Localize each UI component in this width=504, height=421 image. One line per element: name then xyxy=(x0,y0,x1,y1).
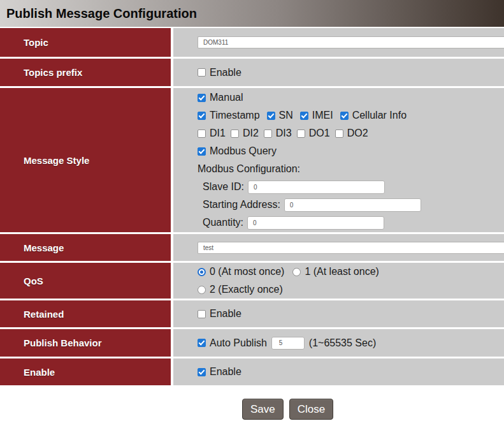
quantity-input[interactable] xyxy=(247,216,384,230)
cellular-info-label: Cellular Info xyxy=(352,110,407,121)
qos-0-label: 0 (At most once) xyxy=(210,266,284,277)
auto-publish-label: Auto Publish xyxy=(210,337,267,349)
di1-option: DI1 xyxy=(198,128,226,139)
di2-option: DI2 xyxy=(231,128,259,139)
modbus-query-line: Modbus Query xyxy=(198,142,504,160)
qos-1-option: 1 (At least once) xyxy=(292,266,379,277)
auto-publish-option: Auto Publish xyxy=(198,337,267,349)
topics-prefix-enable-option: Enable xyxy=(198,67,241,78)
save-button[interactable]: Save xyxy=(242,399,284,420)
metadata-line: Timestamp SN IMEI Cellular Info xyxy=(198,107,504,124)
imei-checkbox[interactable] xyxy=(300,112,308,120)
quantity-label: Quantity: xyxy=(203,217,243,228)
imei-label: IMEI xyxy=(312,110,333,121)
topic-row: Topic xyxy=(0,28,504,57)
auto-publish-interval-input[interactable] xyxy=(271,337,305,350)
di3-label: DI3 xyxy=(276,128,292,139)
retained-row-label: Retained xyxy=(0,300,171,327)
qos-1-radio[interactable] xyxy=(292,268,301,276)
manual-option: Manual xyxy=(198,92,243,103)
starting-address-line: Starting Address: xyxy=(198,196,504,214)
modbus-query-checkbox[interactable] xyxy=(198,147,206,156)
qos-line-1: 0 (At most once) 1 (At least once) xyxy=(198,263,504,281)
publish-behavior-row-label: Publish Behavior xyxy=(0,329,171,357)
slave-id-label: Slave ID: xyxy=(203,181,244,193)
publish-behavior-row: Publish Behavior Auto Publish (1~65535 S… xyxy=(0,329,504,357)
do1-option: DO1 xyxy=(297,128,330,139)
modbus-query-label: Modbus Query xyxy=(210,145,277,157)
qos-0-option: 0 (At most once) xyxy=(198,266,284,277)
enable-label: Enable xyxy=(210,366,241,378)
enable-checkbox[interactable] xyxy=(198,368,206,376)
quantity-line: Quantity: xyxy=(198,214,504,232)
qos-2-label: 2 (Exactly once) xyxy=(210,284,283,295)
qos-row: QoS 0 (At most once) 1 (At least once) 2… xyxy=(0,263,504,299)
qos-row-label: QoS xyxy=(0,263,171,299)
qos-2-radio[interactable] xyxy=(198,286,206,294)
do2-checkbox[interactable] xyxy=(335,129,343,138)
qos-2-option: 2 (Exactly once) xyxy=(198,284,283,295)
timestamp-checkbox[interactable] xyxy=(198,112,206,120)
do2-option: DO2 xyxy=(335,128,368,139)
retained-enable-option: Enable xyxy=(198,308,241,320)
do1-label: DO1 xyxy=(309,128,330,139)
starting-address-label: Starting Address: xyxy=(203,199,280,211)
page-title: Publish Message Configuration xyxy=(0,0,504,27)
starting-address-input[interactable] xyxy=(284,198,421,212)
retained-enable-label: Enable xyxy=(210,308,241,320)
auto-publish-range-hint: (1~65535 Sec) xyxy=(309,337,376,349)
manual-label: Manual xyxy=(210,92,243,103)
do1-checkbox[interactable] xyxy=(297,129,305,138)
message-row: Message xyxy=(0,234,504,261)
qos-line-2: 2 (Exactly once) xyxy=(198,281,504,299)
di3-option: DI3 xyxy=(264,128,292,139)
topics-prefix-enable-checkbox[interactable] xyxy=(198,68,206,77)
di1-checkbox[interactable] xyxy=(198,129,206,138)
publish-message-configuration-panel: Publish Message Configuration Topic Topi… xyxy=(0,0,504,421)
modbus-query-option: Modbus Query xyxy=(198,145,277,157)
message-input[interactable] xyxy=(198,242,504,254)
topic-row-label: Topic xyxy=(0,28,171,57)
di2-checkbox[interactable] xyxy=(231,129,239,138)
auto-publish-checkbox[interactable] xyxy=(198,339,206,347)
di2-label: DI2 xyxy=(243,128,259,139)
cellular-info-option: Cellular Info xyxy=(340,110,407,121)
sn-label: SN xyxy=(279,110,293,121)
topic-input[interactable] xyxy=(198,36,504,48)
button-bar: Save Close xyxy=(0,399,504,420)
topics-prefix-row-label: Topics prefix xyxy=(0,59,171,86)
qos-0-radio[interactable] xyxy=(198,268,206,276)
do2-label: DO2 xyxy=(347,128,368,139)
modbus-configuration-title: Modbus Configuration: xyxy=(198,160,504,178)
retained-row: Retained Enable xyxy=(0,300,504,327)
timestamp-label: Timestamp xyxy=(210,110,260,121)
retained-enable-checkbox[interactable] xyxy=(198,310,206,318)
enable-option: Enable xyxy=(198,366,241,378)
imei-option: IMEI xyxy=(300,110,333,121)
enable-row-label: Enable xyxy=(0,358,171,385)
cellular-info-checkbox[interactable] xyxy=(340,112,349,120)
manual-line: Manual xyxy=(198,89,504,107)
topics-prefix-row: Topics prefix Enable xyxy=(0,59,504,86)
di1-label: DI1 xyxy=(210,128,226,139)
io-line: DI1 DI2 DI3 DO1 DO2 xyxy=(198,124,504,142)
manual-checkbox[interactable] xyxy=(198,94,206,102)
di3-checkbox[interactable] xyxy=(264,129,272,138)
topics-prefix-enable-label: Enable xyxy=(210,67,241,78)
enable-row: Enable Enable xyxy=(0,358,504,385)
sn-checkbox[interactable] xyxy=(267,112,275,120)
qos-1-label: 1 (At least once) xyxy=(305,266,379,277)
message-style-row: Message Style Manual Timestamp SN xyxy=(0,88,504,232)
slave-id-line: Slave ID: xyxy=(198,178,504,196)
message-style-row-label: Message Style xyxy=(0,88,171,232)
slave-id-input[interactable] xyxy=(248,181,385,194)
sn-option: SN xyxy=(267,110,293,121)
message-row-label: Message xyxy=(0,234,171,261)
close-button[interactable]: Close xyxy=(289,399,333,420)
timestamp-option: Timestamp xyxy=(198,110,260,121)
